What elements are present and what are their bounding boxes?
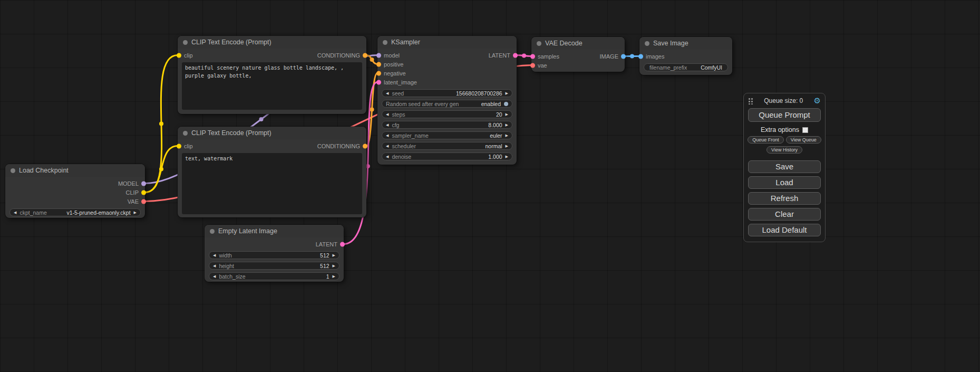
link-midpoint-dot[interactable] bbox=[630, 54, 634, 59]
positive-input-dot[interactable] bbox=[376, 62, 381, 66]
widget-label: sampler_name bbox=[392, 132, 428, 139]
node-title-bar[interactable]: Empty Latent Image bbox=[205, 225, 344, 237]
link-midpoint-dot[interactable] bbox=[259, 117, 263, 121]
node-clip-text-encode-positive[interactable]: CLIP Text Encode (Prompt) clip CONDITION… bbox=[178, 36, 366, 114]
node-title-bar[interactable]: KSampler bbox=[377, 36, 517, 49]
widget-value: 512 bbox=[320, 252, 329, 259]
image-output-dot[interactable] bbox=[621, 54, 626, 59]
clear-button[interactable]: Clear bbox=[748, 208, 821, 221]
increment-arrow-icon[interactable]: ▶ bbox=[506, 133, 508, 137]
node-ksampler[interactable]: KSampler model LATENT positive negative … bbox=[377, 36, 517, 165]
load-button[interactable]: Load bbox=[748, 176, 821, 189]
settings-gear-icon[interactable]: ⚙ bbox=[814, 97, 821, 105]
node-status-dot[interactable] bbox=[183, 131, 188, 136]
increment-arrow-icon[interactable]: ▶ bbox=[333, 264, 335, 268]
vae-output-dot[interactable] bbox=[141, 199, 146, 204]
toggle-dot-icon[interactable] bbox=[504, 102, 508, 106]
vae-input-dot[interactable] bbox=[530, 63, 535, 68]
increment-arrow-icon[interactable]: ▶ bbox=[506, 155, 508, 158]
queue-front-button[interactable]: Queue Front bbox=[748, 136, 784, 144]
node-title-bar[interactable]: VAE Decode bbox=[531, 37, 625, 50]
ckpt-name-widget[interactable]: ◀ ckpt_name v1-5-pruned-emaonly.ckpt ▶ bbox=[9, 208, 141, 216]
decrement-arrow-icon[interactable]: ◀ bbox=[386, 91, 389, 95]
queue-panel-header: Queue size: 0 ⚙ bbox=[748, 97, 821, 105]
view-history-button[interactable]: View History bbox=[766, 146, 802, 154]
save-button[interactable]: Save bbox=[748, 160, 821, 173]
latent-output-dot[interactable] bbox=[513, 53, 518, 58]
seed-widget[interactable]: ◀ seed 156680208700286 ▶ bbox=[382, 89, 512, 97]
node-status-dot[interactable] bbox=[11, 168, 15, 173]
sampler-name-widget[interactable]: ◀ sampler_name euler ▶ bbox=[382, 131, 512, 139]
node-vae-decode[interactable]: VAE Decode samples IMAGE vae bbox=[531, 37, 625, 72]
increment-arrow-icon[interactable]: ▶ bbox=[333, 253, 335, 257]
node-status-dot[interactable] bbox=[210, 229, 215, 234]
node-status-dot[interactable] bbox=[537, 41, 541, 46]
decrement-arrow-icon[interactable]: ◀ bbox=[386, 123, 389, 127]
node-clip-text-encode-negative[interactable]: CLIP Text Encode (Prompt) clip CONDITION… bbox=[178, 127, 366, 217]
prompt-textarea[interactable]: beautiful scenery nature glass bottle la… bbox=[182, 62, 362, 110]
filename-prefix-widget[interactable]: filename_prefix ComfyUI bbox=[644, 63, 728, 71]
drag-handle-icon[interactable] bbox=[748, 98, 753, 104]
steps-widget[interactable]: ◀ steps 20 ▶ bbox=[382, 110, 512, 118]
extra-options-checkbox[interactable] bbox=[802, 127, 808, 133]
clip-input-dot[interactable] bbox=[177, 53, 181, 58]
node-title-bar[interactable]: Load Checkpoint bbox=[5, 164, 145, 177]
queue-prompt-button[interactable]: Queue Prompt bbox=[748, 108, 821, 122]
decrement-arrow-icon[interactable]: ◀ bbox=[213, 253, 216, 257]
input-port-positive: positive bbox=[377, 60, 517, 69]
increment-arrow-icon[interactable]: ▶ bbox=[506, 144, 508, 148]
increment-arrow-icon[interactable]: ▶ bbox=[333, 274, 335, 278]
conditioning-output-dot[interactable] bbox=[363, 53, 367, 58]
node-title: Load Checkpoint bbox=[19, 167, 69, 174]
conditioning-output-dot[interactable] bbox=[363, 144, 367, 148]
cfg-widget[interactable]: ◀ cfg 8.000 ▶ bbox=[382, 121, 512, 129]
decrement-arrow-icon[interactable]: ◀ bbox=[213, 274, 216, 278]
load-default-button[interactable]: Load Default bbox=[748, 224, 821, 236]
node-status-dot[interactable] bbox=[383, 40, 387, 45]
link-midpoint-dot[interactable] bbox=[159, 167, 163, 171]
node-title-bar[interactable]: CLIP Text Encode (Prompt) bbox=[178, 127, 366, 139]
denoise-widget[interactable]: ◀ denoise 1.000 ▶ bbox=[382, 152, 512, 160]
node-status-dot[interactable] bbox=[183, 40, 188, 45]
node-title-bar[interactable]: Save Image bbox=[639, 37, 732, 50]
port-label: VAE bbox=[128, 198, 139, 205]
view-queue-button[interactable]: View Queue bbox=[786, 136, 821, 144]
clip-input-dot[interactable] bbox=[177, 144, 181, 148]
increment-arrow-icon[interactable]: ▶ bbox=[506, 91, 508, 95]
node-empty-latent-image[interactable]: Empty Latent Image LATENT ◀ width 512 ▶ … bbox=[205, 225, 344, 282]
width-widget[interactable]: ◀ width 512 ▶ bbox=[209, 251, 339, 259]
model-output-dot[interactable] bbox=[141, 181, 146, 186]
refresh-button[interactable]: Refresh bbox=[748, 192, 821, 205]
negative-input-dot[interactable] bbox=[376, 71, 381, 75]
decrement-arrow-icon[interactable]: ◀ bbox=[386, 112, 389, 116]
scheduler-widget[interactable]: ◀ scheduler normal ▶ bbox=[382, 142, 512, 150]
samples-input-dot[interactable] bbox=[530, 54, 535, 59]
increment-arrow-icon[interactable]: ▶ bbox=[506, 112, 508, 116]
decrement-arrow-icon[interactable]: ◀ bbox=[213, 264, 216, 268]
increment-arrow-icon[interactable]: ▶ bbox=[506, 123, 508, 127]
latent-output-dot[interactable] bbox=[340, 242, 345, 246]
random-seed-toggle-widget[interactable]: Random seed after every gen enabled bbox=[382, 100, 512, 108]
batch-size-widget[interactable]: ◀ batch_size 1 ▶ bbox=[209, 272, 339, 280]
decrement-arrow-icon[interactable]: ◀ bbox=[386, 155, 389, 158]
widget-value: ComfyUI bbox=[701, 64, 722, 71]
decrement-arrow-icon[interactable]: ◀ bbox=[386, 133, 389, 137]
node-status-dot[interactable] bbox=[645, 41, 649, 46]
node-save-image[interactable]: Save Image images filename_prefix ComfyU… bbox=[639, 37, 732, 75]
node-title-bar[interactable]: CLIP Text Encode (Prompt) bbox=[178, 36, 366, 49]
prompt-textarea[interactable]: text, watermark bbox=[182, 153, 362, 214]
decrement-arrow-icon[interactable]: ◀ bbox=[386, 144, 389, 148]
decrement-arrow-icon[interactable]: ◀ bbox=[14, 211, 16, 214]
node-load-checkpoint[interactable]: Load Checkpoint MODEL CLIP VAE ◀ ckpt_na… bbox=[5, 164, 145, 218]
link-midpoint-dot[interactable] bbox=[159, 122, 163, 126]
model-input-dot[interactable] bbox=[376, 53, 381, 58]
link-midpoint-dot[interactable] bbox=[370, 58, 374, 62]
link-midpoint-dot[interactable] bbox=[522, 54, 526, 58]
images-input-dot[interactable] bbox=[638, 54, 643, 59]
latent-image-input-dot[interactable] bbox=[376, 80, 381, 84]
node-graph-canvas[interactable]: Load Checkpoint MODEL CLIP VAE ◀ ckpt_na… bbox=[0, 0, 980, 372]
clip-output-dot[interactable] bbox=[141, 190, 146, 195]
increment-arrow-icon[interactable]: ▶ bbox=[134, 211, 137, 214]
link-midpoint-dot[interactable] bbox=[370, 108, 374, 112]
height-widget[interactable]: ◀ height 512 ▶ bbox=[209, 262, 339, 270]
